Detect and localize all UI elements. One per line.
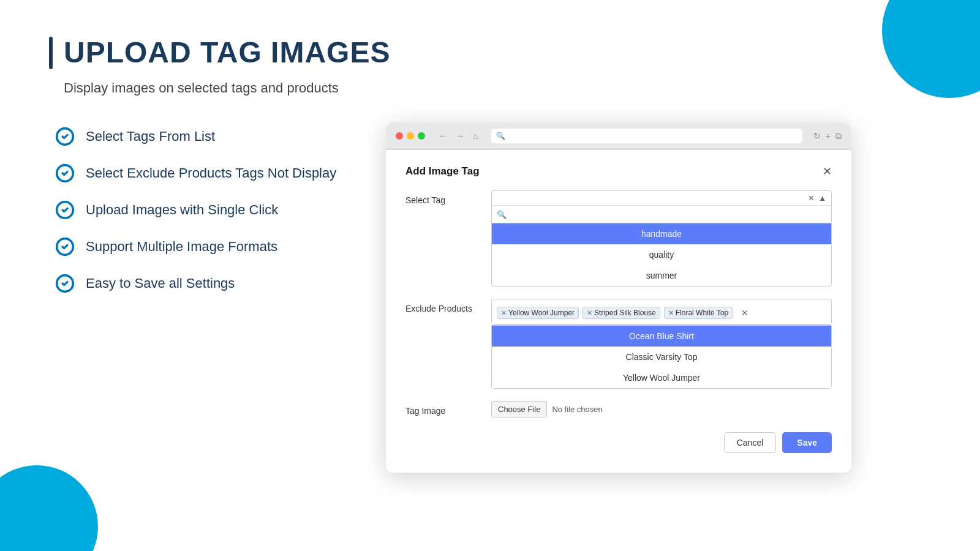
tag-search-box: 🔍 [492, 206, 831, 223]
tag-select-container[interactable]: ✕ ▲ 🔍 handmade quality summer [491, 190, 832, 287]
modal-footer: Cancel Save [405, 432, 832, 453]
feature-item-exclude-products: Select Exclude Products Tags Not Display [55, 163, 392, 183]
tag-option-summer[interactable]: summer [492, 265, 831, 286]
deco-circle-bottom-left [0, 465, 98, 551]
browser-refresh[interactable]: ↻ [813, 131, 821, 141]
exclude-tag-yellow-wool-jumper-label: Yellow Wool Jumper [508, 309, 575, 317]
feature-text: Select Tags From List [86, 129, 215, 144]
modal-body: Add Image Tag ✕ Select Tag ✕ ▲ 🔍 [386, 150, 851, 473]
left-panel: UPLOAD TAG IMAGES Display images on sele… [49, 37, 392, 310]
no-file-label: No file chosen [552, 405, 602, 414]
browser-nav: ← → ⌂ [436, 130, 480, 142]
check-circle-icon [55, 274, 75, 293]
select-tag-label: Select Tag [405, 190, 491, 205]
remove-yellow-wool-jumper-icon[interactable]: ✕ [501, 309, 507, 317]
tag-select-top-icons: ✕ ▲ [808, 193, 826, 203]
modal-title: Add Image Tag [405, 165, 480, 178]
tag-search-input[interactable] [510, 209, 826, 219]
browser-actions: ↻ + ⧉ [813, 131, 842, 141]
choose-file-button[interactable]: Choose File [491, 401, 547, 418]
check-circle-icon [55, 163, 75, 183]
exclude-tags-row: ✕ Yellow Wool Jumper ✕ Striped Silk Blou… [492, 299, 831, 324]
browser-menu[interactable]: ⧉ [835, 131, 842, 141]
feature-text: Support Multiple Image Formats [86, 239, 277, 255]
feature-text: Upload Images with Single Click [86, 202, 278, 218]
browser-window: ← → ⌂ 🔍 ↻ + ⧉ Add Image Tag ✕ Select Tag [386, 122, 851, 473]
check-circle-icon [55, 237, 75, 257]
exclude-tag-striped-silk-blouse-label: Striped Silk Blouse [594, 309, 656, 317]
tag-search-icon: 🔍 [497, 210, 507, 219]
nav-forward[interactable]: → [453, 130, 467, 142]
remove-floral-white-top-icon[interactable]: ✕ [668, 309, 674, 317]
remove-striped-silk-blouse-icon[interactable]: ✕ [587, 309, 592, 317]
feature-item-select-tags: Select Tags From List [55, 127, 392, 146]
nav-home[interactable]: ⌂ [470, 130, 480, 142]
exclude-clear-button[interactable]: ✕ [736, 304, 753, 321]
tag-image-label: Tag Image [405, 401, 491, 416]
select-tag-row: Select Tag ✕ ▲ 🔍 handmade quality [405, 190, 832, 287]
deco-circle-top-right [882, 0, 980, 98]
title-wrapper: UPLOAD TAG IMAGES [49, 37, 392, 69]
product-option-yellow-wool-jumper[interactable]: Yellow Wool Jumper [492, 367, 831, 388]
product-dropdown[interactable]: Ocean Blue Shirt Classic Varsity Top Yel… [491, 325, 832, 389]
features-list: Select Tags From List Select Exclude Pro… [55, 127, 392, 293]
exclude-tag-floral-white-top-label: Floral White Top [676, 309, 728, 317]
file-input-row: Choose File No file chosen [491, 401, 832, 418]
check-circle-icon [55, 200, 75, 220]
address-search-icon: 🔍 [496, 132, 505, 140]
browser-add-tab[interactable]: + [826, 131, 831, 141]
tag-expand-icon[interactable]: ▲ [818, 193, 826, 203]
exclude-products-control: ✕ Yellow Wool Jumper ✕ Striped Silk Blou… [491, 299, 832, 389]
title-bar [49, 37, 53, 69]
tag-option-quality[interactable]: quality [492, 244, 831, 265]
tag-clear-icon[interactable]: ✕ [808, 193, 815, 203]
page-title: UPLOAD TAG IMAGES [64, 37, 390, 69]
browser-toolbar: ← → ⌂ 🔍 ↻ + ⧉ [386, 122, 851, 150]
tag-select-top-bar: ✕ ▲ [492, 191, 831, 206]
browser-dots [396, 132, 425, 140]
feature-text: Easy to Save all Settings [86, 276, 235, 291]
feature-item-save-settings: Easy to Save all Settings [55, 274, 392, 293]
dot-green[interactable] [418, 132, 425, 140]
exclude-products-row: Exclude Products ✕ Yellow Wool Jumper ✕ … [405, 299, 832, 389]
dot-yellow[interactable] [407, 132, 414, 140]
page-subtitle: Display images on selected tags and prod… [64, 80, 392, 96]
product-dropdown-wrapper: Ocean Blue Shirt Classic Varsity Top Yel… [491, 325, 832, 389]
modal-header: Add Image Tag ✕ [405, 165, 832, 178]
feature-text: Select Exclude Products Tags Not Display [86, 165, 336, 181]
tag-image-control: Choose File No file chosen [491, 401, 832, 418]
tag-image-row: Tag Image Choose File No file chosen [405, 401, 832, 418]
exclude-tag-yellow-wool-jumper[interactable]: ✕ Yellow Wool Jumper [497, 307, 579, 319]
feature-item-multiple-formats: Support Multiple Image Formats [55, 237, 392, 257]
tag-option-handmade[interactable]: handmade [492, 223, 831, 244]
tag-select-control: ✕ ▲ 🔍 handmade quality summer [491, 190, 832, 287]
modal-close-button[interactable]: ✕ [823, 165, 832, 178]
dot-red[interactable] [396, 132, 403, 140]
product-option-ocean-blue-shirt[interactable]: Ocean Blue Shirt [492, 326, 831, 347]
exclude-container: ✕ Yellow Wool Jumper ✕ Striped Silk Blou… [491, 299, 832, 325]
cancel-button[interactable]: Cancel [724, 432, 777, 453]
browser-address-bar[interactable]: 🔍 [491, 129, 802, 143]
exclude-tag-striped-silk-blouse[interactable]: ✕ Striped Silk Blouse [582, 307, 660, 319]
save-button[interactable]: Save [782, 432, 832, 453]
exclude-tag-floral-white-top[interactable]: ✕ Floral White Top [664, 307, 733, 319]
check-circle-icon [55, 127, 75, 146]
product-option-classic-varsity-top[interactable]: Classic Varsity Top [492, 347, 831, 367]
exclude-products-label: Exclude Products [405, 299, 491, 313]
feature-item-upload-images: Upload Images with Single Click [55, 200, 392, 220]
nav-back[interactable]: ← [436, 130, 450, 142]
